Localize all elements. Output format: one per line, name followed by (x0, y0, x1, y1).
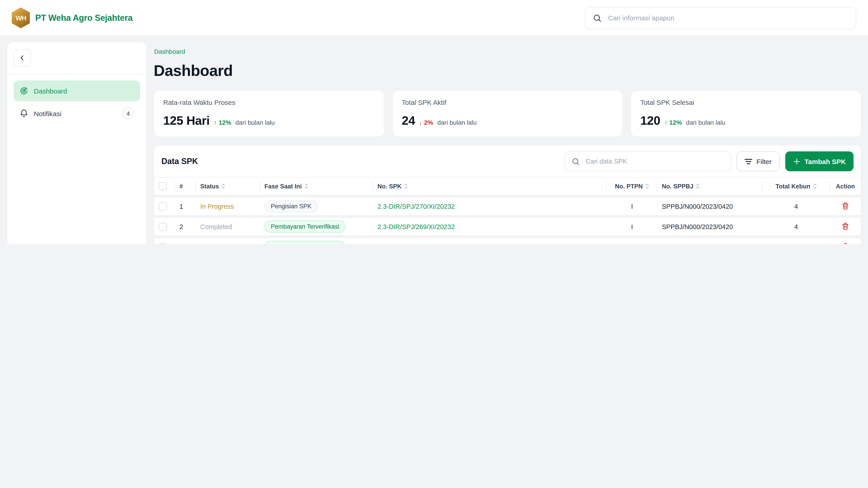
status-text: Completed (200, 243, 232, 244)
row-checkbox[interactable] (159, 223, 167, 231)
app: WH PT Weha Agro Sejahtera Dashboard Noti… (0, 0, 868, 244)
data-spk-panel: Data SPK Filter Tambah SPK (154, 145, 861, 244)
row-number: 3 (175, 235, 196, 244)
notification-count-badge: 4 (122, 107, 134, 119)
col-spk[interactable]: No. SPK (373, 177, 607, 195)
sort-icon[interactable] (404, 183, 408, 189)
row-number: 2 (175, 215, 196, 235)
sidebar-spacer (13, 126, 140, 244)
row-checkbox[interactable] (159, 202, 167, 210)
fase-badge: Pembayaran Terverifikasi (265, 221, 346, 233)
ptpn-value: I (607, 215, 657, 235)
sppbj-value: SPPBJ/N000/2023/0420 (657, 195, 762, 215)
kebun-value: 7 (762, 235, 830, 244)
filter-icon (745, 158, 752, 165)
sort-icon[interactable] (645, 183, 649, 189)
global-search[interactable] (585, 6, 856, 29)
stat-value: 24 (402, 114, 415, 128)
sort-icon[interactable] (696, 183, 700, 189)
bell-icon (20, 109, 29, 118)
fase-badge: Pengisian SPK (265, 200, 318, 213)
table-search-input[interactable] (585, 157, 724, 165)
stat-delta: ↑ 12% (664, 119, 682, 126)
sidebar-divider (7, 74, 147, 74)
col-sppbj[interactable]: No. SPPBJ (657, 177, 762, 195)
ptpn-value: I (607, 195, 657, 215)
add-spk-label: Tambah SPK (804, 158, 846, 165)
chevron-left-icon (19, 54, 26, 61)
stat-value: 120 (640, 114, 660, 128)
row-number: 1 (175, 195, 196, 215)
dashboard-icon (20, 86, 29, 95)
sort-icon[interactable] (304, 183, 308, 189)
stat-delta: ↓ 2% (419, 119, 433, 126)
plus-icon (793, 158, 800, 165)
stats-row: Rata-rata Waktu Proses 125 Hari ↑ 12% da… (154, 90, 861, 137)
status-text: In Progress (200, 203, 234, 210)
delete-icon[interactable] (841, 222, 849, 230)
filter-label: Filter (756, 158, 772, 165)
spk-link[interactable]: 2.3-DIR/SPJ/270/XI/20232 (377, 203, 455, 210)
add-spk-button[interactable]: Tambah SPK (785, 151, 854, 171)
sort-icon[interactable] (813, 183, 817, 189)
col-action: Action (830, 177, 861, 195)
stat-value: 125 Hari (163, 114, 210, 128)
spk-table: # Status Fase Saat Ini No. SPK No. PTPN … (154, 177, 861, 244)
sidebar-collapse-button[interactable] (13, 49, 31, 66)
table-header-row: # Status Fase Saat Ini No. SPK No. PTPN … (154, 177, 861, 195)
sppbj-value: SPPBJ/N000/2023/0420 (657, 235, 762, 244)
stat-note: dari bulan lalu (235, 119, 275, 126)
ptpn-value: I (607, 235, 657, 244)
status-text: Completed (200, 223, 232, 230)
stat-label: Rata-rata Waktu Proses (163, 98, 375, 106)
stat-label: Total SPK Aktif (402, 98, 613, 106)
stat-note: dari bulan lalu (686, 119, 725, 126)
page-title: Dashboard (154, 62, 861, 79)
breadcrumb[interactable]: Dashboard (154, 48, 185, 55)
stat-card: Total SPK Selesai 120 ↑ 12% dari bulan l… (631, 90, 861, 137)
sidebar-item-label: Dashboard (34, 87, 67, 95)
spk-link[interactable]: 2.3-DIR/SPJ/268/XI/20232 (377, 243, 455, 244)
sort-icon[interactable] (221, 183, 225, 189)
search-icon (572, 157, 580, 166)
stat-card: Total SPK Aktif 24 ↓ 2% dari bulan lalu (392, 90, 622, 137)
stat-delta: ↑ 12% (214, 119, 231, 126)
table-row: 3 Completed Pembayaran Terverifikasi 2.3… (154, 235, 861, 244)
logo-monogram: WH (16, 14, 26, 22)
global-search-input[interactable] (607, 13, 848, 22)
row-checkbox[interactable] (159, 243, 167, 244)
select-all-checkbox[interactable] (159, 182, 167, 190)
main-content: Dashboard Dashboard Rata-rata Waktu Pros… (147, 36, 868, 244)
table-search[interactable] (565, 151, 731, 171)
col-ptpn[interactable]: No. PTPN (607, 177, 657, 195)
col-fase[interactable]: Fase Saat Ini (260, 177, 373, 195)
company-name: PT Weha Agro Sejahtera (35, 13, 132, 23)
kebun-value: 4 (762, 215, 830, 235)
stat-note: dari bulan lalu (437, 119, 476, 126)
table-row: 2 Completed Pembayaran Terverifikasi 2.3… (154, 215, 861, 235)
delete-icon[interactable] (841, 201, 849, 210)
filter-button[interactable]: Filter (737, 151, 780, 171)
company-logo-icon: WH (12, 7, 30, 28)
col-kebun[interactable]: Total Kebun (762, 177, 830, 195)
table-title: Data SPK (161, 157, 198, 166)
kebun-value: 4 (762, 195, 830, 215)
col-status[interactable]: Status (196, 177, 260, 195)
brand: WH PT Weha Agro Sejahtera (12, 7, 132, 28)
table-row: 1 In Progress Pengisian SPK 2.3-DIR/SPJ/… (154, 195, 861, 215)
spk-link[interactable]: 2.3-DIR/SPJ/269/XI/20232 (377, 223, 455, 230)
sppbj-value: SPPBJ/N000/2023/0420 (657, 215, 762, 235)
col-number: # (175, 177, 196, 195)
sidebar-item-dashboard[interactable]: Dashboard (13, 80, 140, 101)
search-icon (593, 13, 602, 22)
sidebar: Dashboard Notifikasi 4 Bantuan Pengatura… (7, 41, 147, 244)
sidebar-item-label: Notifikasi (34, 109, 61, 117)
delete-icon[interactable] (841, 242, 849, 244)
fase-badge: Pembayaran Terverifikasi (265, 241, 346, 244)
sidebar-item-notifikasi[interactable]: Notifikasi 4 (13, 103, 140, 124)
top-header: WH PT Weha Agro Sejahtera (0, 0, 868, 36)
stat-card: Rata-rata Waktu Proses 125 Hari ↑ 12% da… (154, 90, 384, 137)
stat-label: Total SPK Selesai (640, 98, 852, 106)
